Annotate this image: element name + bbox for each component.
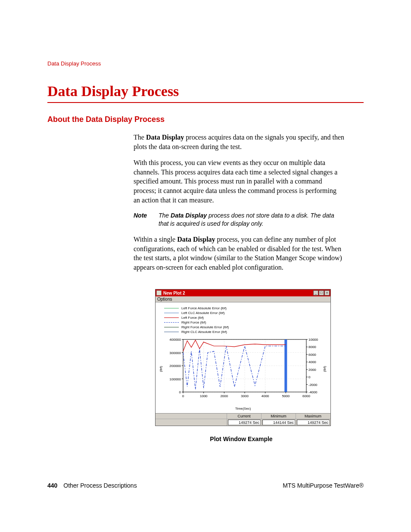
note-label: Note [134, 212, 159, 228]
svg-text:6000: 6000 [308, 353, 316, 357]
svg-text:2000: 2000 [308, 368, 316, 372]
svg-text:0: 0 [179, 390, 181, 394]
stat-minimum[interactable]: 144144 Sec [262, 420, 295, 425]
chart-canvas: 0100000200000300000400000-4000-200002000… [160, 337, 326, 401]
svg-text:4000: 4000 [262, 394, 269, 398]
svg-text:2000: 2000 [220, 394, 228, 398]
note-block: Note The Data Display process does not s… [134, 212, 345, 228]
page-footer: 440 Other Process Descriptions MTS Multi… [47, 482, 364, 489]
stats-header-current: Current [227, 414, 261, 419]
legend-label: Right Force (lbf) [181, 320, 206, 324]
y-axis-label-right: (lbf) [323, 366, 327, 372]
page-number: 440 [47, 482, 57, 489]
stats-header-maximum: Maximum [296, 414, 330, 419]
legend-swatch [164, 308, 179, 308]
legend-item: Right CLC Absolute Error (lbf) [164, 330, 326, 334]
legend-item: Left CLC Absolute Error (lbf) [164, 311, 326, 315]
legend-label: Right Force Absolute Error (lbf) [181, 325, 229, 329]
legend-item: Left Force (lbf) [164, 315, 326, 320]
maximize-icon[interactable]: □ [319, 290, 324, 296]
legend-swatch [164, 327, 179, 327]
legend-item: Right Force Absolute Error (lbf) [164, 325, 326, 330]
section-heading: About the Data Display Process [47, 115, 364, 124]
svg-text:4000: 4000 [308, 361, 316, 364]
svg-text:5000: 5000 [282, 394, 290, 398]
window-title: New Plot 2 [163, 291, 313, 296]
legend-label: Right CLC Absolute Error (lbf) [181, 330, 227, 334]
svg-text:-4000: -4000 [308, 390, 318, 394]
minimize-icon[interactable]: _ [313, 290, 318, 296]
legend-item: Left Force Absolute Error (lbf) [164, 306, 326, 311]
chart: (lbf) 0100000200000300000400000-4000-200… [160, 337, 326, 406]
breadcrumb: Data Display Process [47, 60, 364, 67]
legend-label: Left Force (lbf) [181, 316, 204, 320]
stat-maximum[interactable]: 149274 Sec [297, 420, 330, 425]
svg-text:100000: 100000 [169, 377, 181, 381]
note-text: The Data Display process does not store … [159, 212, 345, 228]
paragraph: Within a single Data Display process, yo… [134, 235, 345, 272]
svg-text:-2000: -2000 [308, 383, 318, 387]
svg-text:0: 0 [182, 394, 184, 398]
legend-item: Right Force (lbf) [164, 320, 326, 325]
legend-swatch [164, 313, 179, 313]
svg-text:400000: 400000 [169, 338, 181, 342]
app-icon [156, 290, 162, 296]
plot-window: New Plot 2 _ □ × Options Left Force Abso… [155, 289, 331, 426]
stat-current[interactable]: 149274 Sec [228, 420, 261, 425]
chart-legend: Left Force Absolute Error (lbf)Left CLC … [164, 306, 326, 334]
window-titlebar[interactable]: New Plot 2 _ □ × [156, 289, 330, 296]
stats-bar: Current Minimum Maximum 149274 Sec 14414… [156, 413, 330, 426]
x-axis-label: Time(Sec) [160, 407, 326, 411]
paragraph: The Data Display process acquires data o… [134, 133, 345, 151]
legend-swatch [164, 322, 179, 323]
svg-rect-13 [284, 339, 287, 392]
svg-text:3000: 3000 [241, 394, 249, 398]
legend-swatch [164, 332, 179, 332]
svg-text:8000: 8000 [308, 345, 316, 349]
page-title: Data Display Process [47, 83, 364, 103]
svg-text:1000: 1000 [200, 394, 208, 398]
y-axis-label-left: (lbf) [159, 366, 163, 372]
body-text: The Data Display process acquires data o… [134, 133, 345, 272]
figure-caption: Plot Window Example [151, 436, 332, 442]
close-icon[interactable]: × [324, 290, 330, 296]
menu-options[interactable]: Options [156, 296, 330, 302]
legend-label: Left Force Absolute Error (lbf) [181, 306, 227, 310]
svg-text:300000: 300000 [169, 351, 181, 355]
svg-text:10000: 10000 [308, 338, 318, 342]
paragraph: With this process, you can view events a… [134, 158, 345, 205]
legend-swatch [164, 317, 179, 318]
footer-section: Other Process Descriptions [63, 482, 137, 489]
footer-product: MTS MultiPurpose TestWare® [283, 482, 364, 489]
legend-label: Left CLC Absolute Error (lbf) [181, 311, 224, 315]
svg-text:6000: 6000 [302, 394, 310, 398]
stats-header-minimum: Minimum [261, 414, 296, 419]
svg-text:0: 0 [308, 375, 311, 379]
svg-text:200000: 200000 [169, 364, 181, 368]
